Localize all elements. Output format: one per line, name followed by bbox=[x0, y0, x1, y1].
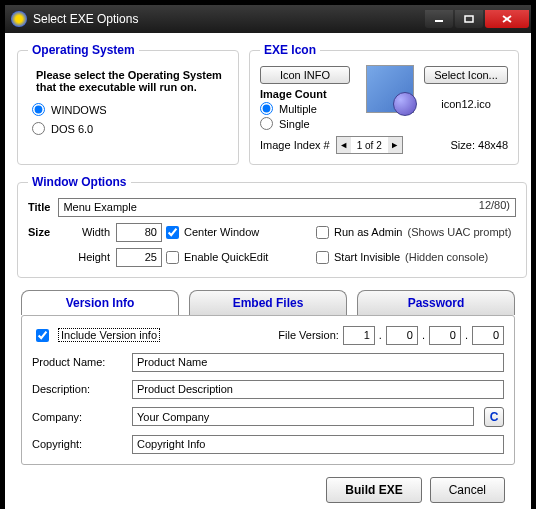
select-icon-button[interactable]: Select Icon... bbox=[424, 66, 508, 84]
window-title: Select EXE Options bbox=[33, 12, 425, 26]
window-options-group: Window Options Title 12/80) Size Width C… bbox=[17, 175, 527, 278]
start-invisible-check[interactable]: Start Invisible bbox=[316, 251, 400, 264]
icon-size-label: Size: 48x48 bbox=[451, 139, 508, 151]
radio-windows-input[interactable] bbox=[32, 103, 45, 116]
run-as-admin-note: (Shows UAC prompt) bbox=[407, 226, 511, 238]
cancel-button[interactable]: Cancel bbox=[430, 477, 505, 503]
width-input[interactable] bbox=[116, 223, 162, 242]
company-clear-button[interactable]: C bbox=[484, 407, 504, 427]
include-version-check[interactable] bbox=[36, 329, 49, 342]
description-label: Description: bbox=[32, 383, 122, 395]
radio-dos[interactable]: DOS 6.0 bbox=[32, 122, 228, 135]
close-button[interactable] bbox=[485, 10, 529, 28]
product-name-input[interactable] bbox=[132, 353, 504, 372]
tab-embed-files[interactable]: Embed Files bbox=[189, 290, 347, 315]
icon-preview bbox=[366, 65, 414, 113]
radio-multiple[interactable]: Multiple bbox=[260, 102, 356, 115]
stepper-prev-button[interactable]: ◄ bbox=[337, 137, 351, 153]
title-char-count: 12/80) bbox=[477, 199, 512, 211]
radio-dos-input[interactable] bbox=[32, 122, 45, 135]
title-input[interactable] bbox=[58, 198, 516, 217]
image-index-stepper[interactable]: ◄ 1 of 2 ► bbox=[336, 136, 403, 154]
winopts-legend: Window Options bbox=[28, 175, 131, 189]
radio-single-input[interactable] bbox=[260, 117, 273, 130]
include-version-label: Include Version info bbox=[58, 328, 160, 342]
version-info-panel: Include Version info File Version: . . .… bbox=[21, 315, 515, 465]
radio-single-label: Single bbox=[279, 118, 310, 130]
size-label: Size bbox=[28, 226, 68, 238]
maximize-button[interactable] bbox=[455, 10, 483, 28]
file-version-label: File Version: bbox=[278, 329, 339, 341]
icon-legend: EXE Icon bbox=[260, 43, 320, 57]
file-version-2[interactable] bbox=[386, 326, 418, 345]
width-label: Width bbox=[68, 226, 116, 238]
copyright-input[interactable] bbox=[132, 435, 504, 454]
product-name-label: Product Name: bbox=[32, 356, 122, 368]
tab-password[interactable]: Password bbox=[357, 290, 515, 315]
icon-info-button[interactable]: Icon INFO bbox=[260, 66, 350, 84]
center-window-check[interactable]: Center Window bbox=[166, 226, 316, 239]
radio-multiple-input[interactable] bbox=[260, 102, 273, 115]
description-input[interactable] bbox=[132, 380, 504, 399]
start-invisible-note: (Hidden console) bbox=[405, 251, 488, 263]
exe-icon-group: EXE Icon Icon INFO Image Count Multiple … bbox=[249, 43, 519, 165]
titlebar: Select EXE Options bbox=[5, 5, 531, 33]
icon-filename: icon12.ico bbox=[424, 98, 508, 110]
file-version-4[interactable] bbox=[472, 326, 504, 345]
image-index-label: Image Index # bbox=[260, 139, 330, 151]
copyright-label: Copyright: bbox=[32, 438, 122, 450]
build-exe-button[interactable]: Build EXE bbox=[326, 477, 421, 503]
minimize-button[interactable] bbox=[425, 10, 453, 28]
file-version-3[interactable] bbox=[429, 326, 461, 345]
radio-single[interactable]: Single bbox=[260, 117, 356, 130]
stepper-value: 1 of 2 bbox=[351, 140, 388, 151]
stepper-next-button[interactable]: ► bbox=[388, 137, 402, 153]
company-label: Company: bbox=[32, 411, 122, 423]
svg-rect-1 bbox=[465, 16, 473, 22]
radio-dos-label: DOS 6.0 bbox=[51, 123, 93, 135]
file-version-1[interactable] bbox=[343, 326, 375, 345]
radio-windows-label: WINDOWS bbox=[51, 104, 107, 116]
tab-version-info[interactable]: Version Info bbox=[21, 290, 179, 315]
height-input[interactable] bbox=[116, 248, 162, 267]
os-legend: Operating System bbox=[28, 43, 139, 57]
image-count-label: Image Count bbox=[260, 88, 356, 100]
height-label: Height bbox=[68, 251, 116, 263]
operating-system-group: Operating System Please select the Opera… bbox=[17, 43, 239, 165]
company-input[interactable] bbox=[132, 407, 474, 426]
radio-multiple-label: Multiple bbox=[279, 103, 317, 115]
radio-windows[interactable]: WINDOWS bbox=[32, 103, 228, 116]
enable-quickedit-check[interactable]: Enable QuickEdit bbox=[166, 251, 316, 264]
app-icon bbox=[11, 11, 27, 27]
title-label: Title bbox=[28, 201, 50, 213]
run-as-admin-check[interactable]: Run as Admin bbox=[316, 226, 402, 239]
os-instruction: Please select the Operating System that … bbox=[36, 69, 228, 93]
